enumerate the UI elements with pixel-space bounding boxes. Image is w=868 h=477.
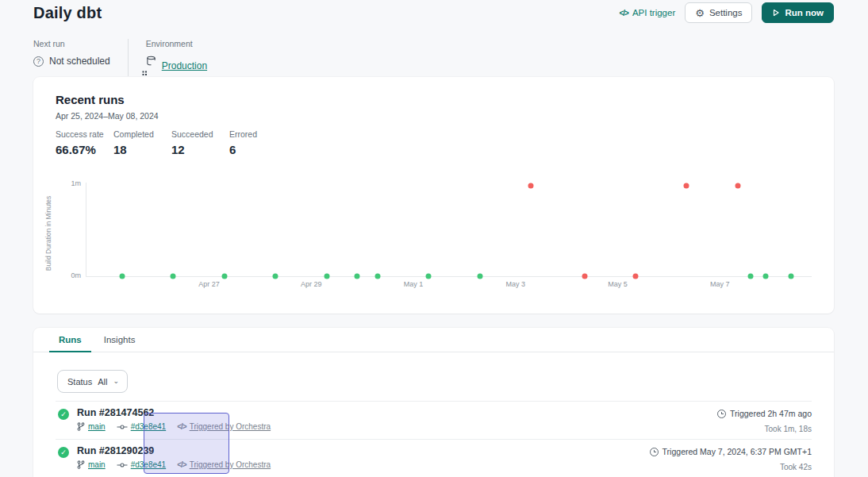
run-dot-success[interactable] bbox=[120, 274, 125, 279]
page-title: Daily dbt bbox=[33, 4, 102, 22]
trigger-source-link[interactable]: Triggered by Orchestra bbox=[190, 460, 271, 469]
tab-runs[interactable]: Runs bbox=[48, 328, 93, 352]
runs-card: Runs Insights Status All ⌄ ✓ Run #281474… bbox=[33, 328, 834, 477]
success-check-icon: ✓ bbox=[58, 409, 69, 420]
recent-runs-title: Recent runs bbox=[56, 93, 125, 106]
run-dot-success[interactable] bbox=[221, 274, 227, 279]
environment-link[interactable]: Production bbox=[162, 60, 207, 71]
environment-label: Environment bbox=[146, 39, 207, 48]
recent-runs-date-range: Apr 25, 2024–May 08, 2024 bbox=[56, 111, 159, 121]
run-dot-error[interactable] bbox=[632, 274, 638, 279]
run-dot-error[interactable] bbox=[528, 183, 533, 188]
run-dot-error[interactable] bbox=[684, 183, 689, 188]
environment-icon bbox=[146, 56, 156, 76]
recent-runs-card: Recent runs Apr 25, 2024–May 08, 2024 Su… bbox=[33, 77, 834, 314]
settings-label: Settings bbox=[709, 8, 743, 17]
stat-errored: Errored 6 bbox=[229, 129, 287, 156]
next-run-block: Next run ? Not scheduled bbox=[33, 39, 128, 76]
x-axis-tick: May 1 bbox=[404, 280, 424, 288]
git-branch-icon bbox=[77, 460, 85, 469]
branch-item: main bbox=[77, 460, 106, 469]
run-now-button[interactable]: Run now bbox=[762, 2, 834, 23]
run-dot-success[interactable] bbox=[426, 274, 432, 279]
commit-link[interactable]: #d3e8e41 bbox=[131, 422, 167, 431]
run-dot-success[interactable] bbox=[763, 274, 769, 279]
run-dot-success[interactable] bbox=[324, 274, 329, 279]
trigger-source-item: </> Triggered by Orchestra bbox=[177, 422, 271, 431]
header-actions: </> API trigger ⚙ Settings Run now bbox=[619, 2, 834, 23]
run-dot-error[interactable] bbox=[735, 183, 740, 188]
commit-item: #d3e8e41 bbox=[117, 422, 167, 431]
run-triggered-text: Triggered 2h 47m ago bbox=[730, 409, 812, 418]
settings-button[interactable]: ⚙ Settings bbox=[685, 2, 752, 23]
run-now-label: Run now bbox=[785, 8, 824, 17]
job-page: Daily dbt </> API trigger ⚙ Settings Run… bbox=[0, 0, 868, 477]
code-icon: </> bbox=[619, 9, 628, 17]
tab-insights[interactable]: Insights bbox=[93, 328, 147, 352]
branch-link[interactable]: main bbox=[88, 422, 106, 431]
commit-link[interactable]: #d3e8e41 bbox=[131, 460, 167, 469]
trigger-source-link[interactable]: Triggered by Orchestra bbox=[190, 422, 271, 431]
run-list: ✓ Run #281474562 main bbox=[56, 401, 812, 477]
run-dot-success[interactable] bbox=[789, 274, 794, 279]
chart-plot: Build Duration in Minutes 1m 0m Apr 27Ap… bbox=[86, 183, 812, 277]
run-dot-success[interactable] bbox=[477, 274, 482, 279]
environment-block: Environment Production bbox=[128, 39, 225, 76]
x-axis-tick: May 7 bbox=[710, 280, 730, 288]
next-run-value: Not scheduled bbox=[49, 56, 110, 67]
x-axis-tick: May 3 bbox=[505, 280, 525, 288]
trigger-source-item: </> Triggered by Orchestra bbox=[177, 460, 271, 469]
api-trigger-label: API trigger bbox=[632, 8, 675, 17]
run-dot-success[interactable] bbox=[171, 274, 176, 279]
next-run-label: Next run bbox=[33, 39, 110, 48]
run-title: Run #281290239 bbox=[77, 445, 154, 456]
run-triggered-text: Triggered May 7, 2024, 6:37 PM GMT+1 bbox=[663, 447, 812, 456]
status-filter-value: All bbox=[98, 377, 107, 387]
run-duration-text: Took 1m, 18s bbox=[717, 425, 812, 433]
success-check-icon: ✓ bbox=[58, 447, 69, 458]
run-dot-error[interactable] bbox=[582, 274, 587, 279]
run-row[interactable]: ✓ Run #281290239 main bbox=[56, 439, 812, 477]
commit-icon bbox=[117, 462, 128, 468]
commit-icon bbox=[117, 424, 128, 430]
run-meta: Triggered May 7, 2024, 6:37 PM GMT+1 Too… bbox=[650, 440, 812, 471]
api-trigger-link[interactable]: </> API trigger bbox=[619, 8, 675, 17]
x-axis-tick: Apr 29 bbox=[301, 280, 322, 288]
run-duration-text: Took 42s bbox=[650, 463, 812, 471]
y-axis-tick-1m: 1m bbox=[71, 179, 81, 187]
stat-completed: Completed 18 bbox=[113, 129, 171, 156]
question-circle-icon: ? bbox=[33, 56, 44, 67]
run-dot-success[interactable] bbox=[747, 274, 753, 279]
code-icon: </> bbox=[177, 422, 186, 431]
run-title: Run #281474562 bbox=[77, 407, 154, 418]
status-filter-dropdown[interactable]: Status All ⌄ bbox=[57, 370, 128, 393]
y-axis-tick-0m: 0m bbox=[71, 271, 81, 279]
x-axis-tick: Apr 27 bbox=[198, 280, 220, 288]
x-axis-tick: May 5 bbox=[608, 280, 628, 288]
commit-item: #d3e8e41 bbox=[117, 460, 167, 469]
chevron-down-icon: ⌄ bbox=[113, 377, 119, 385]
git-branch-icon bbox=[77, 422, 85, 431]
play-icon bbox=[772, 9, 780, 17]
run-meta: Triggered 2h 47m ago Took 1m, 18s bbox=[717, 402, 812, 433]
stat-success-rate: Success rate 66.67% bbox=[56, 129, 113, 156]
run-row[interactable]: ✓ Run #281474562 main bbox=[56, 401, 812, 439]
stat-succeeded: Succeeded 12 bbox=[171, 129, 229, 156]
branch-link[interactable]: main bbox=[88, 460, 106, 469]
recent-runs-stats: Success rate 66.67% Completed 18 Succeed… bbox=[56, 129, 287, 156]
gear-icon: ⚙ bbox=[695, 8, 705, 18]
code-icon: </> bbox=[177, 460, 186, 469]
run-dot-success[interactable] bbox=[374, 274, 380, 279]
branch-item: main bbox=[77, 422, 106, 431]
runs-tabbar: Runs Insights bbox=[33, 328, 834, 352]
status-filter-label: Status bbox=[67, 377, 92, 387]
job-meta: Next run ? Not scheduled Environment bbox=[33, 39, 225, 76]
page-header: Daily dbt </> API trigger ⚙ Settings Run… bbox=[33, 2, 834, 24]
clock-icon bbox=[717, 410, 726, 418]
clock-icon bbox=[650, 448, 659, 456]
run-dot-success[interactable] bbox=[273, 274, 278, 279]
run-dot-success[interactable] bbox=[355, 274, 360, 279]
